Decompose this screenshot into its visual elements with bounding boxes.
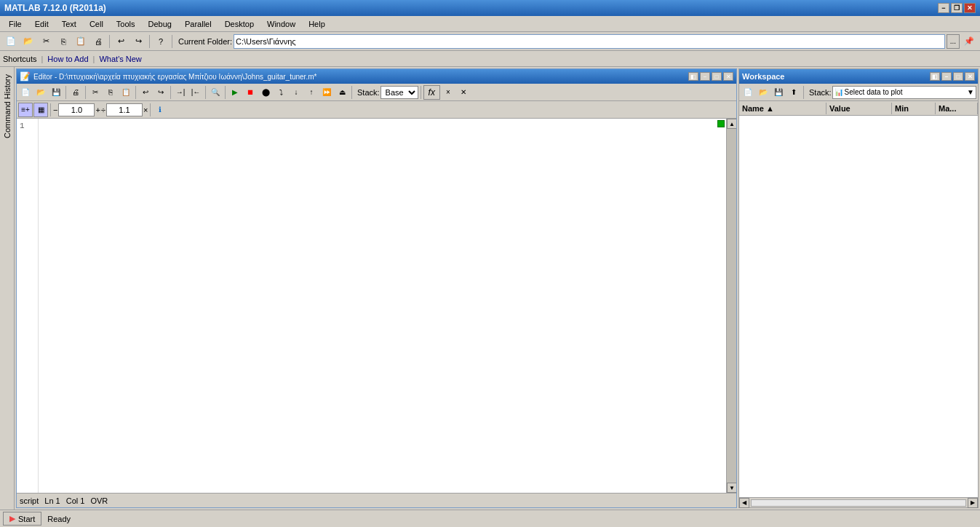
menu-desktop[interactable]: Desktop: [219, 18, 260, 30]
new-file-button[interactable]: 📄: [3, 33, 19, 49]
ed-outdent-btn[interactable]: |←: [188, 85, 203, 100]
ed-indent-btn[interactable]: →|: [173, 85, 188, 100]
ed-stop-btn[interactable]: ⏹: [243, 85, 258, 100]
browse-button[interactable]: ...: [947, 34, 960, 49]
scroll-up-button[interactable]: ▲: [727, 119, 736, 129]
stack-label: Stack:: [357, 88, 380, 97]
editor-icon: 📝: [20, 71, 31, 82]
ws-col-min-header[interactable]: Min: [892, 103, 936, 114]
how-to-add-link[interactable]: How to Add: [47, 55, 88, 63]
cell-add-btn[interactable]: ≡+: [18, 103, 33, 117]
restore-button[interactable]: ❐: [951, 3, 963, 13]
workspace-content[interactable]: [739, 116, 978, 497]
cell-plus-label: +: [95, 106, 100, 114]
ws-dropdown-icon[interactable]: ▼: [967, 88, 974, 96]
menu-debug[interactable]: Debug: [143, 18, 178, 30]
menu-window[interactable]: Window: [261, 18, 301, 30]
pin-button[interactable]: 📌: [961, 33, 977, 49]
ed-open-btn[interactable]: 📂: [33, 85, 48, 100]
titlebar: MATLAB 7.12.0 (R2011a) − ❐ ✕: [0, 0, 980, 16]
cell-value1-input[interactable]: [58, 103, 95, 116]
ed-exit-debug-btn[interactable]: ⏏: [335, 85, 349, 100]
ed-sep4: [170, 86, 171, 99]
workspace-close-button[interactable]: ✕: [965, 72, 975, 81]
shortcuts-label: Shortcuts: [3, 55, 36, 63]
command-history-tab[interactable]: Command History: [3, 74, 12, 138]
menu-tools[interactable]: Tools: [111, 18, 141, 30]
whats-new-link[interactable]: What's New: [99, 55, 141, 63]
fx-button[interactable]: fx: [423, 85, 440, 100]
ed-run-btn[interactable]: ▶: [228, 85, 242, 100]
copy-button[interactable]: ⎘: [55, 33, 71, 49]
cell-grid-btn[interactable]: ▦: [33, 103, 48, 117]
select-data-label[interactable]: Select data to plot: [843, 88, 968, 96]
ed-stepout-btn[interactable]: ↑: [304, 85, 319, 100]
workspace-panel: Workspace ◧ − □ ✕ 📄 📂 💾 ⬆ Stack: 📊 Selec…: [738, 68, 979, 508]
ed-sep5: [205, 86, 206, 99]
paste-button[interactable]: 📋: [73, 33, 89, 49]
ws-save-btn[interactable]: 💾: [771, 85, 786, 100]
menu-file[interactable]: File: [3, 18, 28, 30]
ws-import-btn[interactable]: ⬆: [786, 85, 801, 100]
editor-minimize-button[interactable]: −: [700, 72, 710, 81]
ed-stepin-btn[interactable]: ↓: [289, 85, 303, 100]
menu-cell[interactable]: Cell: [84, 18, 109, 30]
code-area[interactable]: [39, 119, 716, 493]
cell-info-btn[interactable]: ℹ: [153, 103, 167, 117]
statusbar: ▶ Start Ready: [0, 510, 980, 527]
menu-help[interactable]: Help: [303, 18, 331, 30]
help-button[interactable]: ?: [153, 33, 169, 49]
ed-copy-btn[interactable]: ⎘: [103, 85, 118, 100]
ed-undo-btn[interactable]: ↩: [138, 85, 153, 100]
print-button[interactable]: 🖨: [90, 33, 106, 49]
menu-parallel[interactable]: Parallel: [179, 18, 218, 30]
ws-col-value-header[interactable]: Value: [826, 103, 892, 114]
editor-vscroll[interactable]: ▲ ▼: [726, 119, 736, 493]
ed-save-btn[interactable]: 💾: [49, 85, 63, 100]
close-button[interactable]: ✕: [964, 3, 976, 13]
line-number-1: 1: [20, 122, 35, 130]
ed-continue-btn[interactable]: ⏩: [319, 85, 334, 100]
ed-paste-btn[interactable]: 📋: [119, 85, 133, 100]
ed-breakpoint-btn[interactable]: ⬤: [258, 85, 273, 100]
ed-new-btn[interactable]: 📄: [18, 85, 33, 100]
editor-close-button[interactable]: ✕: [723, 72, 733, 81]
hscroll-left-button[interactable]: ◀: [739, 498, 749, 508]
ws-col-max-header[interactable]: Ma...: [936, 103, 978, 114]
hscroll-bar[interactable]: [751, 499, 966, 507]
cut-button[interactable]: ✂: [38, 33, 54, 49]
undo-button[interactable]: ↩: [113, 33, 129, 49]
editor-maximize-button[interactable]: □: [712, 72, 722, 81]
ed-sep8: [421, 86, 421, 99]
ws-open-btn[interactable]: 📂: [756, 85, 770, 100]
hscroll-right-button[interactable]: ▶: [968, 498, 978, 508]
titlebar-controls: − ❐ ✕: [938, 3, 976, 13]
ed-redo-btn[interactable]: ↪: [154, 85, 168, 100]
workspace-hscroll[interactable]: ◀ ▶: [739, 497, 978, 507]
ws-new-btn[interactable]: 📄: [741, 85, 755, 100]
menu-text[interactable]: Text: [56, 18, 82, 30]
ed-cut-btn[interactable]: ✂: [88, 85, 103, 100]
ed-print-btn[interactable]: 🖨: [68, 85, 83, 100]
command-history-sidebar[interactable]: Command History: [0, 67, 15, 510]
current-folder-input[interactable]: [234, 34, 945, 49]
scroll-thumb[interactable]: [727, 129, 736, 483]
ws-col-name-header[interactable]: Name ▲: [739, 103, 826, 114]
scroll-down-button[interactable]: ▼: [727, 483, 736, 493]
minimize-button[interactable]: −: [938, 3, 949, 13]
start-button[interactable]: ▶ Start: [3, 512, 41, 526]
ed-stepover-btn[interactable]: ⤵: [274, 85, 288, 100]
ed-close-cell-btn[interactable]: ✕: [456, 85, 471, 100]
ed-eval-btn[interactable]: ×: [441, 85, 455, 100]
stack-select[interactable]: Base: [381, 86, 418, 99]
workspace-maximize-button[interactable]: □: [953, 72, 963, 81]
open-file-button[interactable]: 📂: [20, 33, 36, 49]
ed-sep7: [351, 86, 352, 99]
ed-find-btn[interactable]: 🔍: [208, 85, 223, 100]
workspace-undock-button[interactable]: ◧: [930, 72, 940, 81]
menu-edit[interactable]: Edit: [29, 18, 55, 30]
editor-undock-button[interactable]: ◧: [688, 72, 698, 81]
cell-value2-input[interactable]: [106, 103, 143, 116]
redo-button[interactable]: ↪: [130, 33, 146, 49]
workspace-minimize-button[interactable]: −: [941, 72, 952, 81]
